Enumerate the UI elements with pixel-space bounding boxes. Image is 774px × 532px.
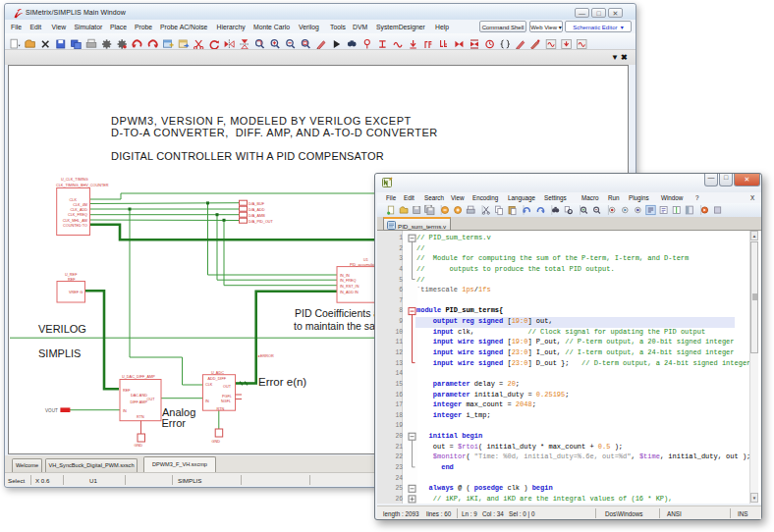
svg-text:PGFL: PGFL	[222, 395, 232, 399]
svg-text:CLK: CLK	[205, 383, 213, 387]
svg-text:Error: Error	[162, 417, 187, 429]
svg-text:VOUT: VOUT	[45, 408, 58, 413]
svg-text:NGFL: NGFL	[221, 399, 231, 403]
svg-text:D/A_AMB: D/A_AMB	[249, 214, 265, 218]
svg-text:CLK_MHL_AM: CLK_MHL_AM	[63, 219, 87, 223]
svg-text:REF: REF	[68, 278, 76, 282]
svg-text:RTN: RTN	[137, 415, 144, 419]
svg-text:U_ADC: U_ADC	[211, 371, 224, 375]
svg-text:U_REF: U_REF	[65, 273, 78, 277]
svg-text:OUT: OUT	[223, 385, 232, 389]
svg-text:CLK_4M: CLK_4M	[73, 203, 87, 207]
svg-text:REF: REF	[123, 389, 131, 393]
svg-text:VERILOG: VERILOG	[38, 323, 86, 335]
svg-text:CLK_FREQ: CLK_FREQ	[68, 213, 87, 217]
svg-text:D/A_BUF: D/A_BUF	[249, 202, 265, 206]
svg-text:IN_RST_IN: IN_RST_IN	[340, 285, 359, 289]
svg-text:U_CLK_TIMING: U_CLK_TIMING	[61, 178, 88, 182]
svg-text:Analog: Analog	[162, 406, 195, 418]
svg-text:IN_ADD IN: IN_ADD IN	[340, 291, 359, 294]
svg-text:DAC AND: DAC AND	[131, 394, 147, 398]
svg-text:IN: IN	[123, 409, 127, 413]
svg-text:CLK_TIMING_BHV_COUNTER: CLK_TIMING_BHV_COUNTER	[56, 184, 109, 187]
svg-text:COUNTED TO: COUNTED TO	[63, 224, 87, 228]
svg-text:▸ERROR: ▸ERROR	[258, 354, 274, 358]
svg-text:U_DAC_DIFF_AMP: U_DAC_DIFF_AMP	[122, 375, 155, 379]
svg-text:IN_FREQ: IN_FREQ	[340, 279, 357, 283]
svg-text:D/A_ADD: D/A_ADD	[249, 208, 265, 212]
svg-text:GND: GND	[212, 440, 221, 444]
svg-text:GND: GND	[135, 444, 143, 448]
svg-text:IN_IN: IN_IN	[340, 274, 350, 278]
svg-text:U1: U1	[363, 258, 368, 262]
svg-text:D/A_PID_OUT: D/A_PID_OUT	[249, 220, 274, 224]
svg-text:CLK: CLK	[70, 198, 78, 202]
svg-text:CLK_ADD: CLK_ADD	[70, 208, 87, 212]
svg-text:Error e(n): Error e(n)	[258, 376, 306, 388]
svg-text:DIFF AMP: DIFF AMP	[131, 400, 148, 404]
svg-text:VREF G: VREF G	[69, 291, 83, 294]
svg-text:IN: IN	[205, 399, 209, 403]
svg-text:SIMPLIS: SIMPLIS	[38, 347, 81, 359]
svg-text:RTN: RTN	[217, 407, 225, 411]
svg-text:OUT: OUT	[147, 398, 156, 401]
svg-text:D-TO-A CONVERTER, DIFF. AMP,: D-TO-A CONVERTER, DIFF. AMP, AND A-TO-D …	[111, 127, 438, 138]
svg-text:DIGITAL CONTROLLER WITH A PID: DIGITAL CONTROLLER WITH A PID COMPENSATO…	[111, 150, 384, 162]
svg-text:DPWM3, VERSION F, MODELED BY V: DPWM3, VERSION F, MODELED BY VERILOG EXC…	[111, 115, 412, 127]
svg-text:ADD_DIFF: ADD_DIFF	[208, 377, 227, 381]
